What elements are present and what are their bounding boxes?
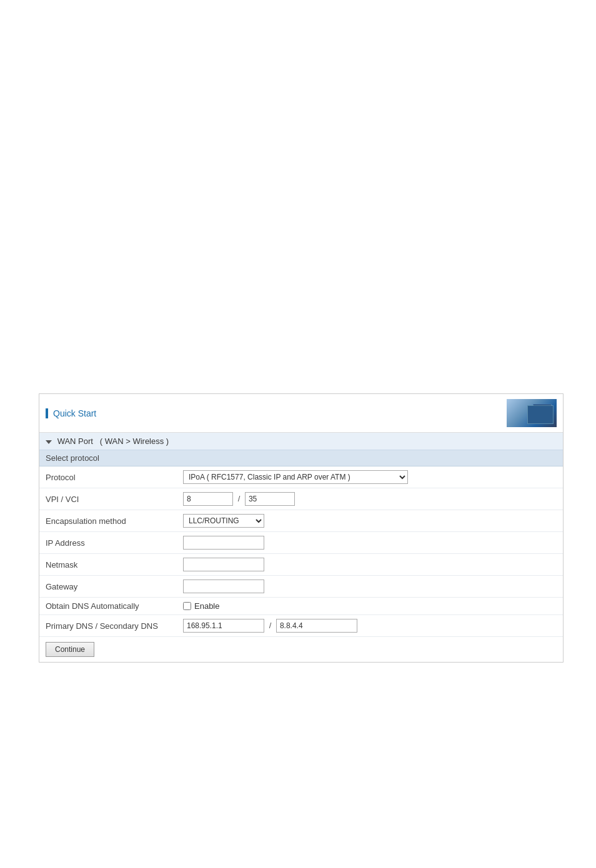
gateway-row: Gateway — [39, 576, 563, 598]
select-protocol-subheader: Select protocol — [39, 450, 563, 466]
secondary-dns-input[interactable] — [276, 619, 357, 633]
encapsulation-select[interactable]: LLC/ROUTING VC/MUX — [183, 514, 264, 528]
netmask-cell — [177, 554, 563, 576]
vpi-vci-label: VPI / VCI — [39, 488, 177, 510]
protocol-cell: IPoA ( RFC1577, Classic IP and ARP over … — [177, 466, 563, 488]
vpi-vci-row: VPI / VCI / — [39, 488, 563, 510]
protocol-label: Protocol — [39, 466, 177, 488]
wan-port-breadcrumb: ( WAN > Wireless ) — [96, 436, 169, 446]
netmask-input[interactable] — [183, 558, 264, 571]
quick-start-title: Quick Start — [46, 408, 96, 418]
continue-button[interactable]: Continue — [46, 642, 94, 657]
gateway-label: Gateway — [39, 576, 177, 598]
gateway-input[interactable] — [183, 579, 264, 593]
encapsulation-row: Encapsulation method LLC/ROUTING VC/MUX — [39, 510, 563, 532]
dns-cell: / — [177, 615, 563, 637]
encapsulation-cell: LLC/ROUTING VC/MUX — [177, 510, 563, 532]
dns-slash: / — [269, 621, 272, 630]
continue-row: Continue — [39, 637, 563, 663]
continue-cell: Continue — [39, 637, 563, 663]
gateway-cell — [177, 576, 563, 598]
ip-address-cell — [177, 532, 563, 554]
netmask-row: Netmask — [39, 554, 563, 576]
vpi-input[interactable] — [183, 492, 233, 506]
protocol-select[interactable]: IPoA ( RFC1577, Classic IP and ARP over … — [183, 470, 408, 484]
primary-dns-input[interactable] — [183, 619, 264, 633]
obtain-dns-label: Obtain DNS Automatically — [39, 598, 177, 615]
vci-input[interactable] — [245, 492, 295, 506]
obtain-dns-checkbox-label[interactable]: Enable — [183, 601, 557, 611]
page-wrapper: Quick Start WAN Port ( WAN > Wireless ) … — [0, 0, 596, 868]
content-area: Quick Start WAN Port ( WAN > Wireless ) … — [39, 393, 564, 663]
obtain-dns-row: Obtain DNS Automatically Enable — [39, 598, 563, 615]
obtain-dns-checkbox-text: Enable — [194, 601, 219, 611]
obtain-dns-checkbox[interactable] — [183, 602, 191, 610]
ip-address-row: IP Address — [39, 532, 563, 554]
ip-address-input[interactable] — [183, 536, 264, 550]
collapse-icon[interactable] — [46, 440, 52, 444]
quick-start-panel: Quick Start WAN Port ( WAN > Wireless ) … — [39, 393, 564, 663]
netmask-label: Netmask — [39, 554, 177, 576]
select-protocol-label: Select protocol — [46, 453, 99, 463]
vpi-vci-slash: / — [238, 494, 241, 503]
obtain-dns-cell: Enable — [177, 598, 563, 615]
protocol-row: Protocol IPoA ( RFC1577, Classic IP and … — [39, 466, 563, 488]
ip-address-label: IP Address — [39, 532, 177, 554]
quick-start-header: Quick Start — [39, 394, 563, 433]
dns-row: Primary DNS / Secondary DNS / — [39, 615, 563, 637]
dns-label: Primary DNS / Secondary DNS — [39, 615, 177, 637]
wan-port-title: WAN Port — [57, 436, 93, 446]
form-table: Protocol IPoA ( RFC1577, Classic IP and … — [39, 466, 563, 662]
encapsulation-label: Encapsulation method — [39, 510, 177, 532]
header-image — [507, 399, 557, 427]
vpi-vci-cell: / — [177, 488, 563, 510]
wan-port-header: WAN Port ( WAN > Wireless ) — [39, 433, 563, 450]
